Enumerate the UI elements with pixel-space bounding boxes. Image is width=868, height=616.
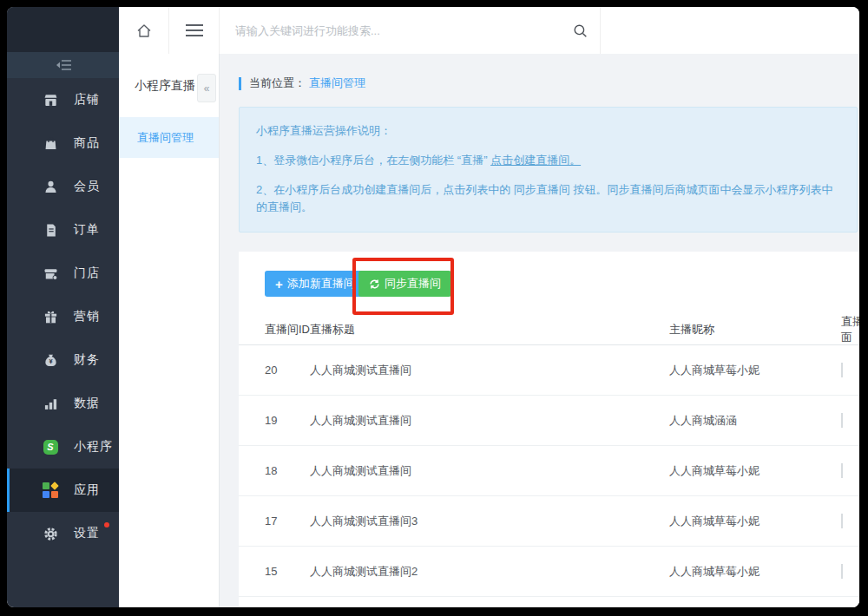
sidebar-item-label: 营销 [74, 309, 100, 324]
sidebar-item-data[interactable]: 数据 [7, 382, 119, 425]
shop-icon [43, 92, 58, 108]
cell-anchor-name: 人人商城草莓小妮 [669, 363, 841, 378]
cell-room-title: 人人商城测试直播间2 [310, 564, 669, 580]
function-search [220, 7, 601, 54]
subsidebar-item-label: 直播间管理 [137, 130, 194, 146]
storefront-icon [43, 265, 58, 281]
cell-anchor-name: 人人商城草莓小妮 [669, 514, 841, 529]
screenshot-frame: 店铺 商品 会员 订单 [0, 0, 868, 616]
column-header-id: 直播间ID [265, 322, 310, 337]
table-row[interactable]: 18 人人商城测试直播间 人人商城草莓小妮 [239, 446, 859, 496]
topbar [119, 7, 859, 55]
cell-room-id: 20 [265, 364, 310, 377]
main-content: 当前位置： 直播间管理 小程序直播运营操作说明： 1、登录微信小程序后台，在左侧… [220, 54, 859, 607]
menu-fold-icon [56, 59, 71, 71]
subsidebar-item-live-rooms[interactable]: 直播间管理 [119, 117, 219, 158]
operation-notice-box: 小程序直播运营操作说明： 1、登录微信小程序后台，在左侧功能栏 “直播” 点击创… [239, 107, 858, 233]
gift-icon [43, 309, 58, 324]
breadcrumb: 当前位置： 直播间管理 [239, 76, 859, 90]
sync-live-room-label: 同步直播间 [385, 276, 441, 292]
column-header-cover: 直播间封面 [841, 314, 859, 345]
cell-anchor-name: 人人商城草莓小妮 [669, 564, 841, 580]
sync-live-room-button[interactable]: 同步直播间 [358, 271, 451, 297]
table-row[interactable]: 15 人人商城测试直播间2 人人商城草莓小妮 [239, 547, 859, 597]
sidebar-nav: 店铺 商品 会员 订单 [7, 78, 119, 555]
subsidebar-collapse-button[interactable] [197, 74, 216, 102]
hamburger-icon [186, 24, 203, 36]
breadcrumb-label: 当前位置： [249, 75, 306, 91]
cell-room-id: 19 [265, 414, 310, 427]
app-window: 店铺 商品 会员 订单 [7, 7, 859, 607]
cell-room-title: 人人商城测试直播间 [310, 413, 669, 429]
table-row[interactable]: 20 人人商城测试直播间 人人商城草莓小妮 [239, 345, 859, 396]
sidebar-item-label: 店铺 [74, 92, 100, 108]
secondary-sidebar: 小程序直播 直播间管理 [119, 54, 220, 607]
cell-anchor-name: 人人商城涵涵 [669, 413, 841, 429]
document-icon [43, 222, 58, 238]
sidebar-item-settings[interactable]: 设置 [7, 512, 119, 555]
sidebar-item-apps[interactable]: 应用 [7, 469, 119, 512]
notice-step-1: 1、登录微信小程序后台，在左侧功能栏 “直播” 点击创建直播间。 [256, 152, 840, 169]
cell-room-title: 人人商城测试直播间 [310, 363, 669, 378]
column-header-anchor: 主播昵称 [669, 322, 841, 337]
gear-icon [43, 526, 58, 541]
sidebar-item-label: 设置 [74, 526, 100, 541]
cell-room-title: 人人商城测试直播间3 [310, 514, 669, 529]
add-live-room-button[interactable]: 添加新直播间 [265, 271, 365, 297]
cell-anchor-name: 人人商城草莓小妮 [669, 463, 841, 479]
cell-cover [841, 565, 859, 578]
shopping-bag-icon [43, 135, 58, 151]
search-icon[interactable] [573, 23, 588, 38]
sidebar-item-goods[interactable]: 商品 [7, 121, 119, 165]
settings-notification-dot [104, 522, 109, 528]
sidebar-item-finance[interactable]: ¥ 财务 [7, 338, 119, 382]
sidebar-item-label: 数据 [74, 396, 100, 411]
refresh-icon [369, 279, 380, 290]
person-icon [43, 179, 58, 194]
bar-chart-icon [43, 396, 58, 411]
live-room-table: 直播间ID 直播标题 主播昵称 直播间封面 20 人人商城测试直播间 人人商城草… [239, 314, 859, 607]
sidebar-item-label: 订单 [74, 222, 100, 238]
sidebar-item-stores[interactable]: 门店 [7, 252, 119, 295]
cover-thumbnail [841, 463, 843, 478]
cell-cover [841, 414, 859, 427]
menu-toggle-button[interactable] [169, 7, 220, 54]
sidebar-item-marketing[interactable]: 营销 [7, 295, 119, 338]
home-button[interactable] [119, 7, 169, 54]
sidebar-item-label: 会员 [74, 179, 100, 194]
sidebar-item-shop[interactable]: 店铺 [7, 78, 119, 121]
cell-cover [841, 464, 859, 477]
notice-step-2: 2、在小程序后台成功创建直播间后，点击列表中的 同步直播间 按钮。同步直播间后商… [256, 181, 840, 216]
plus-icon [275, 277, 283, 292]
table-row[interactable]: 19 人人商城测试直播间 人人商城涵涵 [239, 396, 859, 446]
cover-thumbnail [841, 514, 843, 528]
table-row[interactable]: 17 人人商城测试直播间3 人人商城草莓小妮 [239, 496, 859, 547]
primary-sidebar: 店铺 商品 会员 订单 [7, 7, 119, 607]
money-bag-icon: ¥ [43, 352, 58, 368]
breadcrumb-current-link[interactable]: 直播间管理 [309, 75, 365, 91]
cell-room-title: 人人商城测试直播间 [310, 463, 669, 479]
cell-room-id: 18 [265, 464, 310, 477]
cell-cover [841, 364, 859, 377]
live-room-card: 添加新直播间 同步直播间 直播间ID 直播标题 主播昵称 直播间封面 20 [239, 252, 859, 607]
table-row[interactable]: 14 人人商城测试直播间1 人人商城芒果小妮 [239, 597, 859, 607]
sidebar-item-members[interactable]: 会员 [7, 165, 119, 208]
column-header-title: 直播标题 [310, 322, 669, 337]
logo-area [7, 7, 119, 52]
cell-room-id: 17 [265, 514, 310, 528]
sidebar-item-label: 应用 [74, 482, 100, 498]
sidebar-item-orders[interactable]: 订单 [7, 208, 119, 252]
cover-thumbnail [841, 413, 843, 428]
sidebar-item-miniprogram[interactable]: S 小程序 [7, 425, 119, 469]
notice-step-1-text: 1、登录微信小程序后台，在左侧功能栏 “直播” [256, 154, 490, 167]
sidebar-collapse-button[interactable] [7, 52, 119, 78]
search-input[interactable] [233, 23, 573, 38]
apps-grid-icon [43, 482, 58, 498]
cover-thumbnail [841, 363, 843, 377]
table-header-row: 直播间ID 直播标题 主播昵称 直播间封面 [239, 314, 859, 345]
cell-cover [841, 514, 859, 528]
home-icon [135, 23, 153, 39]
sidebar-item-label: 小程序 [74, 439, 113, 455]
create-live-room-link[interactable]: 点击创建直播间。 [490, 154, 581, 167]
sidebar-item-label: 商品 [74, 135, 100, 151]
